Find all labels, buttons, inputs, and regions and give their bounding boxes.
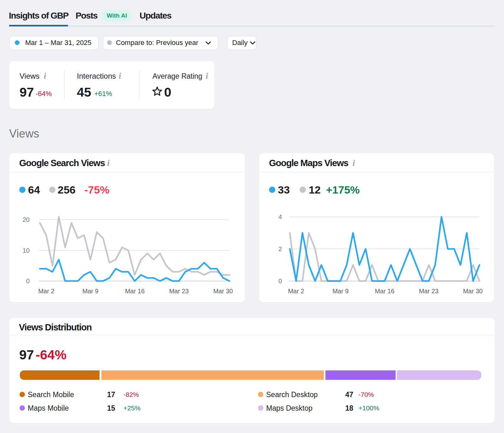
- svg-text:0: 0: [278, 278, 282, 284]
- svg-text:2: 2: [278, 245, 282, 252]
- svg-text:Mar 23: Mar 23: [419, 288, 438, 295]
- svg-text:Mar 2: Mar 2: [288, 288, 304, 295]
- svg-text:Mar 2: Mar 2: [38, 288, 54, 295]
- svg-text:4: 4: [278, 213, 282, 220]
- svg-text:20: 20: [23, 216, 30, 223]
- svg-text:Mar 9: Mar 9: [332, 288, 348, 295]
- svg-text:Mar 16: Mar 16: [375, 288, 394, 295]
- svg-text:10: 10: [23, 247, 30, 254]
- svg-text:Mar 16: Mar 16: [125, 288, 145, 295]
- svg-text:Mar 30: Mar 30: [213, 288, 233, 295]
- svg-text:0: 0: [26, 278, 30, 284]
- svg-text:Mar 23: Mar 23: [169, 288, 189, 295]
- svg-text:Mar 9: Mar 9: [82, 288, 98, 295]
- svg-text:Mar 30: Mar 30: [463, 288, 483, 295]
